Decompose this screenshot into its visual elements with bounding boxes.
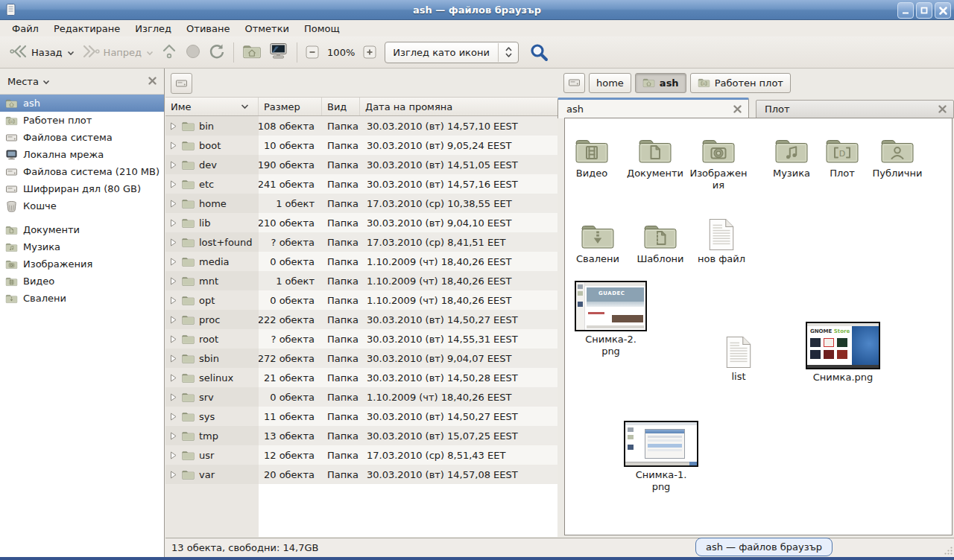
expander-icon[interactable]: [169, 180, 177, 188]
tree-row-boot[interactable]: boot 10 обекта Папка 30.03.2010 (вт) 9,0…: [165, 136, 557, 155]
column-header-1[interactable]: Размер: [259, 98, 322, 115]
tree-row-opt[interactable]: opt 0 обекта Папка 1.10.2009 (чт) 18,40,…: [165, 290, 557, 310]
tree-row-etc[interactable]: etc 241 обекта Папка 30.03.2010 (вт) 14,…: [165, 174, 557, 194]
tree-row-mnt[interactable]: mnt 1 обект Папка 1.10.2009 (чт) 18,40,2…: [165, 271, 557, 290]
expander-icon[interactable]: [169, 141, 177, 150]
zoom-in-button[interactable]: [361, 44, 378, 60]
tree-row-bin[interactable]: bin 108 обекта Папка 30.03.2010 (вт) 14,…: [165, 116, 557, 136]
sidebar-item--[interactable]: DРаботен плот: [0, 112, 164, 129]
tree-row-sys[interactable]: sys 11 обекта Папка 30.03.2010 (вт) 14,5…: [165, 407, 557, 426]
tree-row-srv[interactable]: srv 0 обекта Папка 1.10.2009 (чт) 18,40,…: [165, 387, 557, 407]
sidebar-item--[interactable]: Изображения: [0, 255, 164, 273]
breadcrumb-root[interactable]: [563, 73, 585, 93]
zoom-out-button[interactable]: [304, 44, 320, 60]
tree-row-var[interactable]: var 20 обекта Папка 30.03.2010 (вт) 14,5…: [165, 465, 557, 484]
column-header-3[interactable]: Дата на промяна: [360, 98, 557, 115]
close-button[interactable]: [935, 2, 951, 19]
tree-row-lost+found[interactable]: lost+found ? обекта Папка 17.03.2010 (ср…: [165, 232, 557, 252]
icon-item-видео[interactable]: Видео: [566, 128, 618, 179]
icon-item-свалени[interactable]: Свалени: [572, 214, 624, 265]
titlebar[interactable]: ash — файлов браузър: [0, 0, 954, 20]
tree-row-selinux[interactable]: selinux 21 обекта Папка 30.03.2010 (вт) …: [165, 368, 557, 387]
sidebar-item--[interactable]: Видео: [0, 273, 164, 290]
icon-item-снимка-2-png[interactable]: GUADEC Снимка-2.png: [575, 281, 647, 357]
expander-icon[interactable]: [169, 335, 177, 343]
icon-item-документи[interactable]: Документи: [621, 128, 689, 179]
tree-row-root[interactable]: root ? обекта Папка 30.03.2010 (вт) 14,5…: [165, 329, 557, 349]
column-header-0[interactable]: Име: [165, 98, 259, 115]
expander-icon[interactable]: [169, 122, 177, 130]
view-mode-combo[interactable]: Изглед като икони: [385, 42, 519, 63]
sidebar-item--[interactable]: Документи: [0, 221, 164, 238]
tree-row-tmp[interactable]: tmp 13 обекта Папка 30.03.2010 (вт) 15,0…: [165, 426, 557, 445]
tab-Плот[interactable]: Плот: [756, 100, 954, 118]
menu-1[interactable]: Редактиране: [46, 22, 127, 36]
icon-item-шаблони[interactable]: Шаблони: [631, 214, 690, 265]
tree-root-button[interactable]: [171, 73, 192, 94]
tree-row-media[interactable]: media 0 обекта Папка 1.10.2009 (чт) 18,4…: [165, 252, 557, 271]
menu-0[interactable]: Файл: [4, 22, 46, 36]
icon-item-публични[interactable]: Публични: [867, 128, 928, 179]
forward-button[interactable]: Напред: [78, 41, 157, 64]
breadcrumb-home[interactable]: home: [589, 73, 631, 93]
tab-close-icon[interactable]: [733, 105, 748, 113]
expander-icon[interactable]: [169, 432, 177, 440]
expander-icon[interactable]: [169, 296, 177, 305]
sidebar-close-icon[interactable]: [148, 76, 157, 87]
icon-item-музика[interactable]: Музика: [765, 128, 818, 179]
tree-row-usr[interactable]: usr 12 обекта Папка 17.03.2010 (ср) 8,51…: [165, 445, 557, 465]
sidebar-item--[interactable]: Свалени: [0, 290, 164, 307]
sidebar-title-combo[interactable]: Места: [7, 76, 50, 87]
back-dropdown-icon[interactable]: [67, 47, 75, 58]
maximize-button[interactable]: [916, 2, 932, 19]
column-header-2[interactable]: Вид: [322, 98, 360, 115]
menu-3[interactable]: Отиване: [179, 22, 237, 36]
icon-item-list[interactable]: list: [713, 331, 765, 383]
forward-dropdown-icon[interactable]: [146, 47, 154, 58]
icon-item-нов-файл[interactable]: нов файл: [695, 214, 748, 265]
breadcrumb-ash[interactable]: ash: [635, 73, 686, 93]
sidebar-item--80-gb-[interactable]: Шифриран дял (80 GB): [0, 180, 164, 197]
home-button[interactable]: [238, 40, 265, 65]
expander-icon[interactable]: [169, 471, 177, 479]
back-button[interactable]: Назад: [6, 41, 78, 64]
expander-icon[interactable]: [169, 219, 177, 227]
expander-icon[interactable]: [169, 354, 177, 363]
tree-row-home[interactable]: home 1 обект Папка 17.03.2010 (ср) 10,38…: [165, 194, 557, 213]
expander-icon[interactable]: [169, 413, 177, 421]
icon-view[interactable]: Видео Документи Изображения Музика D Пло…: [564, 118, 953, 535]
expander-icon[interactable]: [169, 393, 177, 401]
expander-icon[interactable]: [169, 258, 177, 266]
sidebar-item--210-mb-[interactable]: Файлова система (210 MB): [0, 163, 164, 180]
stop-button[interactable]: [181, 40, 205, 65]
reload-button[interactable]: [205, 40, 229, 65]
minimize-button[interactable]: [897, 2, 914, 19]
sidebar-item--[interactable]: Музика: [0, 238, 164, 255]
tree-row-sbin[interactable]: sbin 272 обекта Папка 30.03.2010 (вт) 9,…: [165, 349, 557, 368]
expander-icon[interactable]: [169, 451, 177, 459]
tree-row-dev[interactable]: dev 190 обекта Папка 30.03.2010 (вт) 14,…: [165, 155, 557, 174]
menu-4[interactable]: Отметки: [237, 22, 296, 36]
expander-icon[interactable]: [169, 277, 177, 285]
expander-icon[interactable]: [169, 374, 177, 382]
tree-row-lib[interactable]: lib 210 обекта Папка 30.03.2010 (вт) 9,0…: [165, 213, 557, 232]
sidebar-item--[interactable]: Кошче: [0, 197, 164, 214]
icon-item-изображения[interactable]: Изображения: [689, 128, 748, 191]
resize-grip[interactable]: [944, 546, 953, 556]
sidebar-item--[interactable]: Файлова система: [0, 129, 164, 146]
expander-icon[interactable]: [169, 200, 177, 208]
up-button[interactable]: [157, 40, 181, 65]
expander-icon[interactable]: [169, 161, 177, 169]
sidebar-item--[interactable]: Локална мрежа: [0, 146, 164, 163]
icon-item-плот[interactable]: D Плот: [820, 128, 865, 179]
breadcrumb-Работен плот[interactable]: DРаботен плот: [690, 73, 791, 93]
menu-5[interactable]: Помощ: [297, 22, 347, 36]
icon-item-снимка-1-png[interactable]: Снимка-1.png: [624, 421, 698, 493]
expander-icon[interactable]: [169, 316, 177, 324]
tree-row-proc[interactable]: proc 222 обекта Папка 30.03.2010 (вт) 14…: [165, 310, 557, 329]
sidebar-item-ash[interactable]: ash: [0, 95, 164, 112]
expander-icon[interactable]: [169, 238, 177, 246]
icon-item-снимка-png[interactable]: GNOME Store Снимка.png: [806, 322, 880, 384]
search-button[interactable]: [526, 40, 552, 64]
tab-close-icon[interactable]: [938, 105, 953, 113]
